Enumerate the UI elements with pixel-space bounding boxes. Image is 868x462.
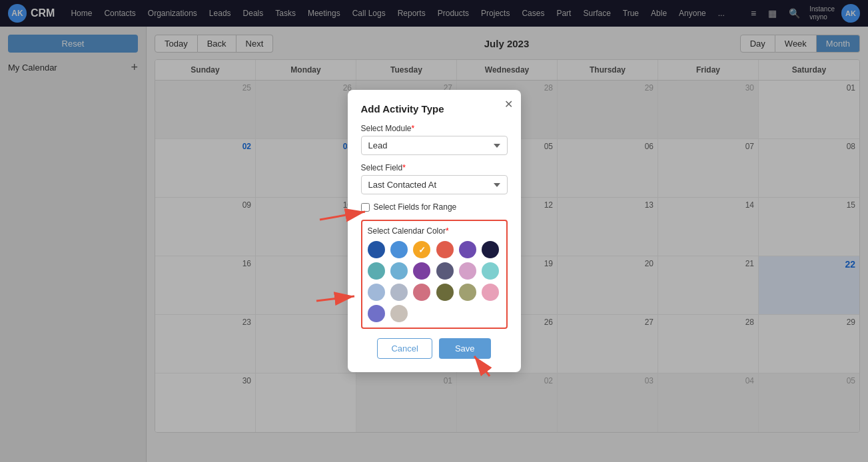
cancel-button[interactable]: Cancel bbox=[377, 338, 432, 359]
module-select[interactable]: Lead bbox=[361, 136, 508, 155]
modal-title: Add Activity Type bbox=[361, 103, 508, 115]
range-checkbox-row: Select Fields for Range bbox=[361, 202, 508, 212]
field-label: Select Field* bbox=[361, 163, 508, 172]
field-required: * bbox=[402, 163, 406, 172]
modal-buttons: Cancel Save bbox=[361, 338, 508, 359]
color-option-8[interactable] bbox=[413, 262, 430, 280]
color-grid bbox=[368, 241, 501, 322]
color-option-7[interactable] bbox=[390, 262, 408, 280]
color-option-16[interactable] bbox=[459, 284, 476, 301]
color-option-14[interactable] bbox=[413, 284, 430, 301]
color-option-15[interactable] bbox=[436, 284, 454, 301]
color-option-3[interactable] bbox=[436, 241, 454, 258]
color-option-6[interactable] bbox=[368, 262, 385, 280]
color-option-12[interactable] bbox=[368, 284, 385, 301]
color-option-0[interactable] bbox=[368, 241, 385, 258]
module-required: * bbox=[412, 124, 415, 133]
color-option-11[interactable] bbox=[482, 262, 499, 280]
color-option-9[interactable] bbox=[436, 262, 454, 280]
module-label: Select Module* bbox=[361, 124, 508, 133]
color-option-19[interactable] bbox=[390, 305, 408, 322]
color-option-17[interactable] bbox=[482, 284, 499, 301]
add-activity-type-modal: Add Activity Type ✕ Select Module* Lead … bbox=[348, 90, 521, 372]
color-option-5[interactable] bbox=[482, 241, 499, 258]
modal-close-button[interactable]: ✕ bbox=[504, 98, 513, 111]
color-option-10[interactable] bbox=[459, 262, 476, 280]
color-option-1[interactable] bbox=[390, 241, 408, 258]
color-option-4[interactable] bbox=[459, 241, 476, 258]
color-option-2[interactable] bbox=[413, 241, 430, 258]
color-required: * bbox=[446, 226, 449, 236]
modal-overlay: Add Activity Type ✕ Select Module* Lead … bbox=[0, 0, 868, 462]
color-section: Select Calendar Color* bbox=[361, 220, 508, 329]
color-option-13[interactable] bbox=[390, 284, 408, 301]
color-section-label: Select Calendar Color* bbox=[368, 226, 501, 236]
color-option-18[interactable] bbox=[368, 305, 385, 322]
save-button[interactable]: Save bbox=[439, 338, 491, 359]
field-select[interactable]: Last Contacted At bbox=[361, 175, 508, 194]
range-checkbox[interactable] bbox=[361, 203, 370, 212]
range-checkbox-label: Select Fields for Range bbox=[374, 202, 457, 212]
